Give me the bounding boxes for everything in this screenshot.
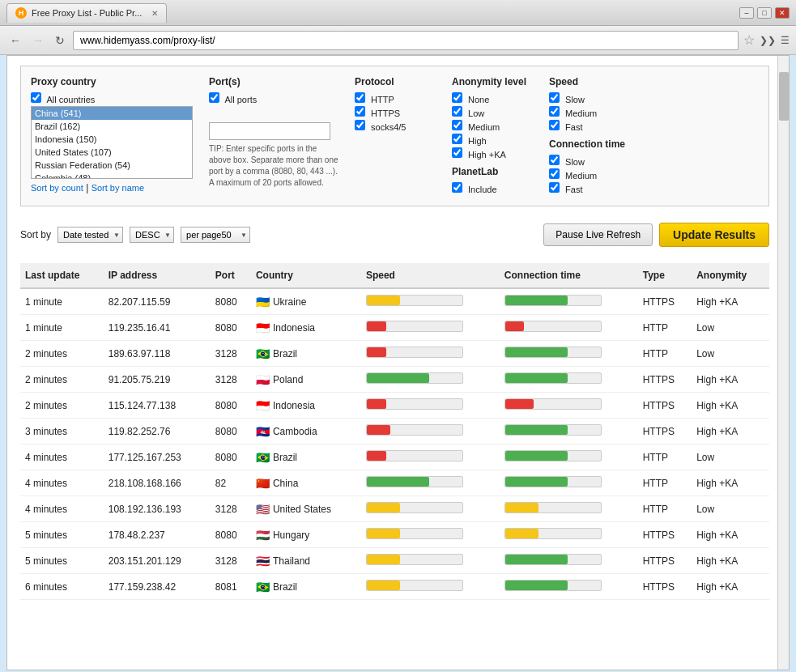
connection-bar-container [504, 528, 602, 539]
speed-medium-label[interactable]: Medium [549, 106, 630, 118]
sort-by-select[interactable]: Date tested [57, 227, 123, 243]
conn-fast-label[interactable]: Fast [549, 182, 630, 194]
planetlab-include-checkbox[interactable] [452, 182, 462, 193]
list-item[interactable]: Russian Federation (54) [32, 159, 192, 172]
controls-bar: Sort by Date tested DESC ASC per page50 [20, 216, 769, 253]
menu-button[interactable]: ☰ [781, 35, 790, 46]
speed-bar [367, 477, 429, 487]
speed-fast-label[interactable]: Fast [549, 120, 630, 132]
scrollbar-thumb[interactable] [779, 72, 789, 121]
list-item[interactable]: Brazil (162) [32, 120, 192, 133]
country-listbox[interactable]: China (541) Brazil (162) Indonesia (150)… [31, 106, 193, 179]
socks-label[interactable]: socks4/5 [355, 120, 436, 132]
cell-ip: 203.151.201.129 [104, 548, 211, 574]
close-button[interactable]: ✕ [775, 7, 790, 19]
anon-medium-label[interactable]: Medium [452, 120, 533, 132]
anon-none-checkbox[interactable] [452, 92, 462, 103]
speed-slow-label[interactable]: Slow [549, 92, 630, 104]
http-label[interactable]: HTTP [355, 92, 436, 104]
address-bar[interactable] [73, 31, 739, 50]
conn-medium-checkbox[interactable] [549, 168, 560, 179]
per-page-wrapper[interactable]: per page50 per page25 per page100 [181, 227, 250, 243]
extensions-button[interactable]: ❯❯ [760, 35, 776, 46]
conn-slow-label[interactable]: Slow [549, 155, 630, 167]
forward-button[interactable]: → [29, 32, 47, 49]
anon-high-checkbox[interactable] [452, 134, 462, 144]
scrollbar[interactable] [777, 56, 789, 670]
maximize-button[interactable]: □ [757, 7, 772, 19]
table-row[interactable]: 1 minute 82.207.115.59 8080 🇺🇦 Ukraine H… [20, 288, 769, 315]
table-row[interactable]: 2 minutes 115.124.77.138 8080 🇮🇩 Indones… [20, 393, 769, 419]
cell-connection-time [500, 574, 638, 600]
list-item[interactable]: Indonesia (150) [32, 133, 192, 146]
speed-slow-checkbox[interactable] [549, 92, 560, 103]
table-row[interactable]: 1 minute 119.235.16.41 8080 🇮🇩 Indonesia… [20, 315, 769, 341]
table-row[interactable]: 4 minutes 108.192.136.193 3128 🇺🇸 United… [20, 496, 769, 522]
table-row[interactable]: 5 minutes 178.48.2.237 8080 🇭🇺 Hungary H… [20, 522, 769, 548]
cell-country: 🇧🇷 Brazil [251, 444, 361, 470]
tab-close-btn[interactable]: ✕ [151, 9, 158, 18]
https-label[interactable]: HTTPS [355, 106, 436, 118]
table-row[interactable]: 3 minutes 119.82.252.76 8080 🇰🇭 Cambodia… [20, 419, 769, 444]
sort-by-wrapper[interactable]: Date tested [57, 227, 123, 243]
order-wrapper[interactable]: DESC ASC [130, 227, 174, 243]
anon-none-label[interactable]: None [452, 92, 533, 104]
pause-live-refresh-button[interactable]: Pause Live Refresh [543, 223, 653, 246]
sort-by-count-link[interactable]: Sort by count [31, 183, 83, 193]
cell-connection-time [500, 367, 638, 393]
cell-country: 🇧🇷 Brazil [251, 341, 361, 367]
speed-fast-checkbox[interactable] [549, 120, 560, 130]
reload-button[interactable]: ↻ [52, 32, 68, 49]
conn-medium-label[interactable]: Medium [549, 168, 630, 181]
order-select[interactable]: DESC ASC [130, 227, 174, 243]
cell-ip: 82.207.115.59 [104, 288, 211, 315]
all-countries-label[interactable]: All countries [31, 92, 193, 104]
table-row[interactable]: 4 minutes 177.125.167.253 8080 🇧🇷 Brazil… [20, 444, 769, 470]
col-anonymity: Anonymity [692, 263, 769, 288]
minimize-button[interactable]: – [739, 7, 754, 19]
table-row[interactable]: 2 minutes 91.205.75.219 3128 🇵🇱 Poland H… [20, 367, 769, 393]
bookmark-button[interactable]: ☆ [743, 32, 755, 48]
speed-medium-checkbox[interactable] [549, 106, 560, 117]
cell-speed [361, 288, 500, 315]
anon-high-label[interactable]: High [452, 134, 533, 146]
port-input[interactable] [209, 122, 330, 140]
anon-low-label[interactable]: Low [452, 106, 533, 118]
anon-low-checkbox[interactable] [452, 106, 462, 117]
connection-bar-container [504, 372, 602, 384]
conn-slow-checkbox[interactable] [549, 155, 560, 165]
all-countries-checkbox[interactable] [31, 92, 41, 103]
back-button[interactable]: ← [6, 32, 24, 49]
anon-highka-checkbox[interactable] [452, 147, 462, 158]
per-page-select[interactable]: per page50 per page25 per page100 [181, 227, 250, 243]
cell-speed [361, 419, 500, 444]
all-ports-label[interactable]: All ports [209, 92, 338, 104]
country-name: Hungary [273, 530, 309, 541]
speed-bar-container [366, 476, 463, 487]
list-item[interactable]: United States (107) [32, 146, 192, 159]
speed-bar-container [366, 554, 463, 565]
cell-connection-time [500, 548, 638, 574]
planetlab-include-label[interactable]: Include [452, 182, 533, 194]
table-row[interactable]: 6 minutes 177.159.238.42 8081 🇧🇷 Brazil … [20, 574, 769, 600]
table-row[interactable]: 2 minutes 189.63.97.118 3128 🇧🇷 Brazil H… [20, 341, 769, 367]
cell-speed [361, 548, 500, 574]
http-checkbox[interactable] [355, 92, 365, 103]
list-item[interactable]: China (541) [32, 107, 192, 120]
update-results-button[interactable]: Update Results [659, 223, 769, 247]
all-ports-checkbox[interactable] [209, 92, 219, 103]
cell-port: 8080 [211, 393, 251, 419]
browser-tab[interactable]: H Free Proxy List - Public Pr... ✕ [6, 3, 167, 23]
table-row[interactable]: 5 minutes 203.151.201.129 3128 🇹🇭 Thaila… [20, 548, 769, 574]
table-row[interactable]: 4 minutes 218.108.168.166 82 🇨🇳 China HT… [20, 470, 769, 496]
anon-highka-label[interactable]: High +KA [452, 147, 533, 159]
list-item[interactable]: Colombia (48) [32, 172, 192, 179]
cell-connection-time [500, 419, 638, 444]
cell-ip: 189.63.97.118 [104, 341, 211, 367]
sort-by-name-link[interactable]: Sort by name [92, 183, 144, 193]
anon-medium-checkbox[interactable] [452, 120, 462, 130]
conn-fast-checkbox[interactable] [549, 182, 560, 193]
socks-checkbox[interactable] [355, 120, 365, 130]
https-checkbox[interactable] [355, 106, 365, 117]
speed-title: Speed [549, 76, 630, 87]
